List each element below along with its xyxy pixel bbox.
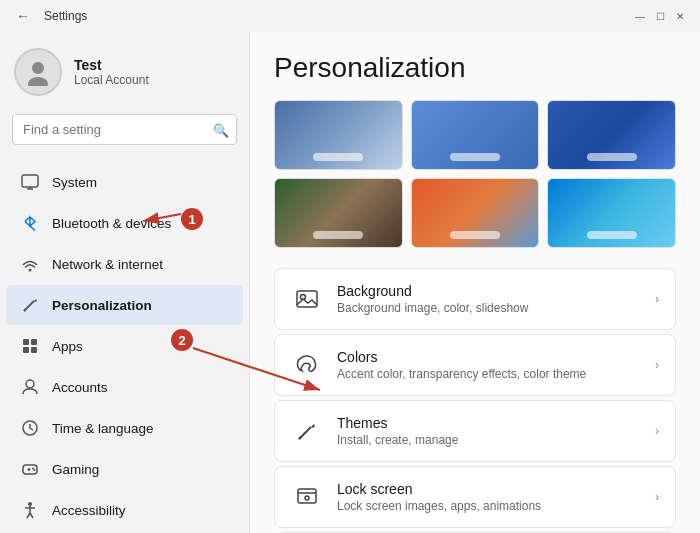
user-info: Test Local Account — [74, 57, 149, 87]
theme-thumb-2[interactable] — [411, 100, 540, 170]
window-controls: — ☐ ✕ — [632, 8, 688, 24]
sidebar: Test Local Account 🔍 System Bluetooth & … — [0, 32, 250, 533]
time-icon — [20, 418, 40, 438]
svg-point-12 — [26, 380, 34, 388]
sidebar-item-time[interactable]: Time & language — [6, 408, 243, 448]
lockscreen-text: Lock screen Lock screen images, apps, an… — [337, 481, 641, 513]
sidebar-label-bluetooth: Bluetooth & devices — [52, 216, 171, 231]
close-button[interactable]: ✕ — [672, 8, 688, 24]
settings-item-colors[interactable]: Colors Accent color, transparency effect… — [274, 334, 676, 396]
theme-grid — [274, 100, 676, 248]
colors-text: Colors Accent color, transparency effect… — [337, 349, 641, 381]
network-icon — [20, 254, 40, 274]
svg-rect-9 — [31, 339, 37, 345]
sidebar-label-system: System — [52, 175, 97, 190]
theme-thumb-4[interactable] — [274, 178, 403, 248]
themes-desc: Install, create, manage — [337, 433, 641, 447]
sidebar-label-personalization: Personalization — [52, 298, 152, 313]
theme-thumb-6[interactable] — [547, 178, 676, 248]
main-layout: Test Local Account 🔍 System Bluetooth & … — [0, 32, 700, 533]
lockscreen-title: Lock screen — [337, 481, 641, 497]
search-input[interactable] — [12, 114, 237, 145]
svg-point-0 — [32, 62, 44, 74]
user-account-type: Local Account — [74, 73, 149, 87]
svg-rect-10 — [23, 347, 29, 353]
svg-rect-11 — [31, 347, 37, 353]
personalization-icon — [20, 295, 40, 315]
gaming-icon — [20, 459, 40, 479]
sidebar-label-network: Network & internet — [52, 257, 163, 272]
content-area: Personalization — [250, 32, 700, 533]
sidebar-item-accessibility[interactable]: Accessibility — [6, 490, 243, 530]
background-icon — [291, 283, 323, 315]
bluetooth-icon — [20, 213, 40, 233]
background-text: Background Background image, color, slid… — [337, 283, 641, 315]
maximize-button[interactable]: ☐ — [652, 8, 668, 24]
colors-title: Colors — [337, 349, 641, 365]
svg-point-18 — [34, 469, 36, 471]
lockscreen-icon — [291, 481, 323, 513]
sidebar-label-gaming: Gaming — [52, 462, 99, 477]
sidebar-label-accessibility: Accessibility — [52, 503, 126, 518]
sidebar-item-apps[interactable]: Apps — [6, 326, 243, 366]
accounts-icon — [20, 377, 40, 397]
colors-desc: Accent color, transparency effects, colo… — [337, 367, 641, 381]
sidebar-label-apps: Apps — [52, 339, 83, 354]
svg-point-19 — [28, 502, 32, 506]
search-box: 🔍 — [12, 114, 237, 145]
svg-point-28 — [305, 496, 309, 500]
sidebar-item-network[interactable]: Network & internet — [6, 244, 243, 284]
svg-rect-2 — [22, 175, 38, 187]
accessibility-icon — [20, 500, 40, 520]
svg-line-23 — [30, 513, 33, 518]
svg-line-22 — [27, 513, 30, 518]
background-title: Background — [337, 283, 641, 299]
svg-point-5 — [29, 269, 32, 272]
themes-icon — [291, 415, 323, 447]
sidebar-item-accounts[interactable]: Accounts — [6, 367, 243, 407]
svg-point-1 — [28, 77, 48, 86]
theme-thumb-5[interactable] — [411, 178, 540, 248]
settings-item-background[interactable]: Background Background image, color, slid… — [274, 268, 676, 330]
page-title: Personalization — [274, 52, 676, 84]
sidebar-item-personalization[interactable]: Personalization — [6, 285, 243, 325]
settings-item-themes[interactable]: Themes Install, create, manage › — [274, 400, 676, 462]
background-chevron: › — [655, 292, 659, 306]
lockscreen-desc: Lock screen images, apps, animations — [337, 499, 641, 513]
sidebar-label-time: Time & language — [52, 421, 154, 436]
colors-icon — [291, 349, 323, 381]
settings-item-lockscreen[interactable]: Lock screen Lock screen images, apps, an… — [274, 466, 676, 528]
nav-list: System Bluetooth & devices Network & int… — [0, 157, 249, 533]
title-bar: ← Settings — ☐ ✕ — [0, 0, 700, 32]
user-profile[interactable]: Test Local Account — [0, 32, 249, 110]
system-icon — [20, 172, 40, 192]
theme-thumb-1[interactable] — [274, 100, 403, 170]
themes-text: Themes Install, create, manage — [337, 415, 641, 447]
background-desc: Background image, color, slideshow — [337, 301, 641, 315]
minimize-button[interactable]: — — [632, 8, 648, 24]
apps-icon — [20, 336, 40, 356]
svg-rect-24 — [297, 291, 317, 307]
theme-thumb-3[interactable] — [547, 100, 676, 170]
user-name: Test — [74, 57, 149, 73]
svg-point-17 — [32, 468, 34, 470]
sidebar-item-system[interactable]: System — [6, 162, 243, 202]
sidebar-label-accounts: Accounts — [52, 380, 108, 395]
themes-title: Themes — [337, 415, 641, 431]
search-icon: 🔍 — [213, 122, 229, 137]
colors-chevron: › — [655, 358, 659, 372]
lockscreen-chevron: › — [655, 490, 659, 504]
avatar — [14, 48, 62, 96]
back-button[interactable]: ← — [12, 6, 34, 26]
window-title: Settings — [44, 9, 87, 23]
settings-list: Background Background image, color, slid… — [274, 268, 676, 533]
themes-chevron: › — [655, 424, 659, 438]
svg-rect-8 — [23, 339, 29, 345]
sidebar-item-bluetooth[interactable]: Bluetooth & devices — [6, 203, 243, 243]
svg-line-7 — [24, 309, 26, 311]
sidebar-item-gaming[interactable]: Gaming — [6, 449, 243, 489]
